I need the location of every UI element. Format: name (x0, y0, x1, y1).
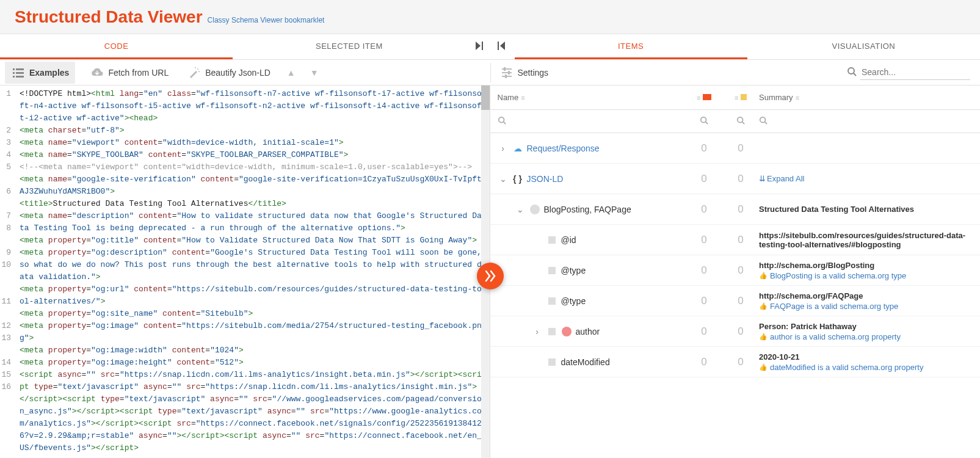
warning-badge-icon (741, 94, 747, 100)
pane-divider-arrows (466, 34, 515, 59)
tree-row[interactable]: @type00http://schema.org/BlogPosting👍Blo… (490, 255, 981, 286)
search-icon[interactable] (736, 117, 745, 126)
svg-rect-3 (16, 68, 24, 70)
next-button[interactable]: ▼ (308, 67, 321, 79)
braces-icon: { } (512, 173, 523, 184)
svg-line-24 (742, 122, 745, 125)
warning-count: 0 (722, 203, 759, 216)
chevron-icon[interactable]: › (498, 144, 509, 153)
svg-point-21 (701, 117, 706, 123)
code-editor[interactable]: <!DOCTYPE html><html lang="en" class="wf… (15, 85, 490, 458)
bookmarklet-link[interactable]: Classy Schema Viewer bookmarklet (208, 16, 325, 24)
fetch-url-button[interactable]: Fetch from URL (86, 63, 172, 82)
validation-message: author is a valid schema.org property (770, 332, 901, 341)
expand-all-link[interactable]: ⇊ Expand All (759, 174, 973, 183)
download-cloud-icon (90, 65, 104, 80)
svg-rect-16 (505, 75, 507, 78)
tree-row[interactable]: ⌄{ }JSON-LD00⇊ Expand All (490, 164, 981, 194)
error-count: 0 (686, 142, 722, 154)
items-pane: Name ≡ ≡ ≡ Summary ≡ ›☁Request/Response0… (490, 85, 981, 458)
list-icon (11, 65, 26, 80)
tree-row[interactable]: @type00http://schema.org/FAQPage👍FAQPage… (490, 286, 981, 316)
tree-row[interactable]: @id00https://sitebulb.com/resources/guid… (490, 225, 981, 255)
filter-icon[interactable]: ≡ (521, 94, 524, 101)
error-count: 0 (686, 234, 722, 246)
svg-point-9 (195, 67, 196, 68)
search-input[interactable] (860, 65, 970, 80)
collapse-left-icon[interactable] (476, 42, 487, 52)
chevron-icon[interactable] (532, 235, 543, 245)
tab-code[interactable]: CODE (0, 34, 233, 59)
tree-summary: 2020-10-21👍dateModified is a valid schem… (759, 352, 973, 372)
warning-count: 0 (722, 356, 759, 368)
warning-count: 0 (722, 234, 759, 246)
svg-point-23 (738, 117, 743, 123)
search-icon (847, 67, 857, 78)
tree-summary: http://schema.org/BlogPosting👍BlogPostin… (759, 261, 973, 280)
chevron-double-right-icon (484, 270, 496, 282)
tree-summary: ⇊ Expand All (759, 174, 973, 183)
tree-row[interactable]: ›☁Request/Response00 (490, 133, 981, 164)
svg-rect-2 (13, 68, 15, 70)
error-badge-icon (703, 94, 711, 100)
svg-rect-4 (13, 72, 15, 74)
svg-rect-7 (16, 76, 24, 78)
filter-row (490, 110, 981, 133)
search-icon[interactable] (498, 116, 506, 126)
scrollbar-thumb[interactable] (481, 85, 490, 110)
svg-line-22 (706, 122, 708, 125)
beautify-button[interactable]: Beautify Json-LD (183, 63, 274, 82)
chevron-icon[interactable]: ⌄ (498, 174, 509, 184)
svg-point-8 (197, 68, 198, 70)
svg-rect-11 (502, 68, 512, 70)
chevron-icon[interactable] (532, 296, 543, 306)
filter-icon[interactable]: ≡ (796, 94, 799, 101)
svg-rect-6 (13, 76, 15, 78)
svg-line-18 (854, 73, 856, 76)
examples-button[interactable]: Examples (5, 62, 75, 84)
property-icon (546, 296, 557, 307)
tree-row[interactable]: dateModified002020-10-21👍dateModified is… (490, 347, 981, 377)
svg-point-10 (198, 71, 200, 72)
svg-rect-1 (498, 42, 499, 50)
tree-summary: https://sitebulb.com/resources/guides/st… (759, 231, 973, 249)
type-icon (529, 204, 540, 215)
svg-point-25 (760, 117, 766, 123)
search-icon[interactable] (700, 117, 708, 126)
error-count: 0 (686, 173, 722, 185)
tree-row[interactable]: ›author00Person: Patrick Hathaway👍author… (490, 316, 981, 347)
error-count: 0 (686, 203, 722, 216)
filter-icon[interactable]: ≡ (697, 94, 700, 101)
chevron-icon[interactable]: ⌄ (515, 205, 526, 214)
svg-point-19 (498, 117, 504, 123)
code-pane: 12345678910111213141516 <!DOCTYPE html><… (0, 85, 490, 458)
chevron-icon[interactable] (532, 266, 543, 275)
tree-label-text: dateModified (561, 357, 610, 367)
run-fab-button[interactable] (477, 263, 504, 289)
tab-visualisation[interactable]: VISUALISATION (747, 34, 980, 59)
filter-icon[interactable]: ≡ (735, 94, 738, 101)
tree-label-text: Request/Response (527, 144, 600, 153)
error-count: 0 (686, 264, 722, 277)
prev-button[interactable]: ▲ (285, 67, 297, 79)
line-gutter: 12345678910111213141516 (0, 85, 15, 458)
error-count: 0 (686, 295, 722, 307)
property-icon (546, 265, 557, 276)
chevron-icon[interactable] (532, 357, 543, 367)
tab-items[interactable]: ITEMS (515, 34, 747, 59)
svg-line-26 (765, 122, 768, 125)
tab-selected-item[interactable]: SELECTED ITEM (233, 34, 465, 59)
collapse-right-icon[interactable] (494, 42, 505, 52)
settings-button[interactable]: Settings (496, 63, 553, 82)
search-icon[interactable] (759, 116, 768, 126)
warning-count: 0 (722, 142, 759, 154)
main-area: 12345678910111213141516 <!DOCTYPE html><… (0, 85, 980, 458)
svg-rect-12 (502, 72, 512, 73)
property-icon (546, 357, 557, 368)
property-icon (546, 326, 557, 337)
error-count: 0 (686, 356, 722, 368)
validation-message: BlogPosting is a valid schema.org type (770, 271, 906, 280)
validation-message: FAQPage is a valid schema.org type (770, 302, 898, 311)
tree-row[interactable]: ⌄BlogPosting, FAQPage00Structured Data T… (490, 194, 981, 225)
chevron-icon[interactable]: › (532, 327, 543, 336)
